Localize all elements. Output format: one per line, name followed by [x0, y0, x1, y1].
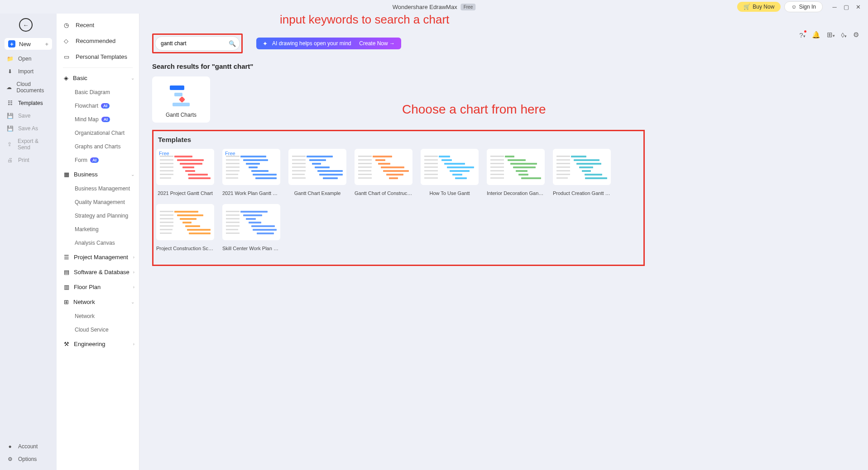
settings-icon[interactable]: ⚙	[853, 31, 859, 39]
chevron-right-icon: ›	[133, 270, 134, 275]
buy-now-button[interactable]: 🛒 Buy Now	[737, 2, 781, 12]
save-button[interactable]: 💾 Save	[0, 109, 57, 122]
search-box[interactable]: 🔍	[155, 36, 240, 51]
sub-label: Cloud Service	[75, 327, 109, 333]
template-thumbnail: Free	[156, 149, 214, 185]
quality-mgmt-item[interactable]: Quality Management	[57, 195, 139, 209]
app-name: Wondershare EdrawMax	[393, 4, 457, 10]
form-item[interactable]: FormAI	[57, 153, 139, 167]
network-icon: ⊞	[64, 299, 69, 305]
sign-in-button[interactable]: ☺ Sign In	[784, 1, 823, 12]
options-button[interactable]: ⚙ Options	[0, 453, 57, 465]
account-button[interactable]: ● Account	[0, 440, 57, 453]
star-icon: ◇	[64, 38, 71, 44]
template-label: Interior Decoration Gantt C...	[487, 190, 545, 196]
pm-icon: ☰	[64, 254, 69, 261]
category-sidebar[interactable]: ◷ Recent ◇ Recommended ▭ Personal Templa…	[57, 14, 139, 470]
org-chart-item[interactable]: Organizational Chart	[57, 126, 139, 140]
import-label: Import	[18, 68, 34, 75]
gantt-charts-category[interactable]: Gantt Charts	[152, 76, 210, 123]
template-card[interactable]: Interior Decoration Gantt C...	[487, 149, 545, 196]
templates-icon: ☷	[6, 100, 14, 106]
new-label: New	[19, 41, 31, 47]
mindmap-item[interactable]: Mind MapAI	[57, 113, 139, 126]
gear-icon: ⚙	[6, 456, 14, 462]
templates-header: Templates	[158, 136, 641, 143]
graphs-charts-item[interactable]: Graphs and Charts	[57, 140, 139, 153]
templates-button[interactable]: ☷ Templates	[0, 97, 57, 109]
network-category[interactable]: ⊞ Network ⌄	[57, 294, 139, 309]
file-sidebar: ← + New + 📁 Open ⬇ Import ☁ Cloud Docume…	[0, 14, 57, 470]
ai-banner[interactable]: ✦ AI drawing helps open your mind Create…	[256, 38, 401, 49]
template-thumbnail	[421, 149, 479, 185]
biz-mgmt-item[interactable]: Business Management	[57, 182, 139, 195]
search-icon[interactable]: 🔍	[229, 40, 236, 47]
tag-menu-icon[interactable]: ◊▾	[841, 31, 847, 39]
flowchart-item[interactable]: FlowchartAI	[57, 99, 139, 113]
chevron-down-icon: ⌄	[131, 172, 134, 177]
template-card[interactable]: Free2021 Project Gantt Chart	[156, 149, 214, 196]
import-button[interactable]: ⬇ Import	[0, 65, 57, 78]
print-button[interactable]: 🖨 Print	[0, 154, 57, 166]
sub-label: Analysis Canvas	[75, 240, 115, 246]
apps-icon[interactable]: ⊞▾	[827, 31, 835, 39]
analysis-canvas-item[interactable]: Analysis Canvas	[57, 236, 139, 250]
signin-label: Sign In	[799, 4, 816, 10]
close-button[interactable]: ✕	[854, 2, 863, 11]
account-label: Account	[18, 443, 38, 450]
briefcase-icon: ▦	[64, 171, 69, 178]
personal-templates-item[interactable]: ▭ Personal Templates	[57, 49, 139, 65]
arrow-left-icon: ←	[23, 22, 29, 28]
template-thumbnail: Free	[222, 149, 280, 185]
help-icon[interactable]: ?▾	[799, 31, 805, 39]
template-card[interactable]: Gantt Chart Example	[288, 149, 346, 196]
search-input[interactable]	[161, 40, 229, 47]
pm-category[interactable]: ☰ Project Management ›	[57, 250, 139, 265]
maximize-button[interactable]: ▢	[842, 2, 851, 11]
sub-label: Form	[75, 157, 87, 163]
tag-icon: ◈	[64, 75, 68, 81]
minimize-button[interactable]: ─	[830, 2, 839, 11]
basic-category[interactable]: ◈ Basic ⌄	[57, 71, 139, 85]
template-card[interactable]: Skill Center Work Plan Gan...	[222, 204, 280, 251]
save-as-button[interactable]: 💾 Save As	[0, 122, 57, 135]
strategy-item[interactable]: Strategy and Planning	[57, 209, 139, 223]
template-card[interactable]: Product Creation Gantt C...	[553, 149, 611, 196]
open-button[interactable]: 📁 Open	[0, 52, 57, 65]
template-label: Skill Center Work Plan Gan...	[222, 246, 280, 251]
export-icon: ⇪	[6, 141, 13, 147]
export-button[interactable]: ⇪ Export & Send	[0, 135, 57, 154]
business-label: Business	[74, 171, 98, 178]
template-label: How To Use Gantt	[421, 190, 479, 196]
ai-badge: AI	[101, 117, 110, 122]
floor-category[interactable]: ▥ Floor Plan ›	[57, 280, 139, 294]
save-icon: 💾	[6, 113, 14, 119]
template-thumbnail	[487, 149, 545, 185]
cloud-service-item[interactable]: Cloud Service	[57, 323, 139, 337]
software-label: Software & Database	[74, 269, 129, 275]
software-category[interactable]: ▤ Software & Database ›	[57, 265, 139, 280]
template-card[interactable]: Project Construction Sche...	[156, 204, 214, 251]
recommended-item[interactable]: ◇ Recommended	[57, 33, 139, 49]
doc-icon: ▭	[64, 53, 71, 60]
network-sub-item[interactable]: Network	[57, 309, 139, 323]
basic-diagram-item[interactable]: Basic Diagram	[57, 85, 139, 99]
annotation-search: input keywords to search a chart	[280, 14, 449, 27]
account-icon: ●	[6, 443, 14, 450]
marketing-item[interactable]: Marketing	[57, 223, 139, 236]
search-results-title: Search results for "gantt chart"	[152, 62, 855, 70]
template-thumbnail	[553, 149, 611, 185]
back-button[interactable]: ←	[19, 18, 33, 32]
top-icons: ?▾ 🔔 ⊞▾ ◊▾ ⚙	[799, 31, 859, 39]
business-category[interactable]: ▦ Business ⌄	[57, 167, 139, 182]
new-button[interactable]: + New +	[5, 38, 52, 50]
template-card[interactable]: Gantt Chart of Constructio...	[355, 149, 412, 196]
template-card[interactable]: Free2021 Work Plan Gantt Chart	[222, 149, 280, 196]
ai-banner-text: AI drawing helps open your mind	[272, 40, 351, 47]
chevron-down-icon: ⌄	[131, 299, 134, 304]
cloud-documents-button[interactable]: ☁ Cloud Documents	[0, 78, 57, 97]
recent-item[interactable]: ◷ Recent	[57, 17, 139, 33]
engineering-category[interactable]: ⚒ Engineering ›	[57, 337, 139, 351]
template-card[interactable]: How To Use Gantt	[421, 149, 479, 196]
bell-icon[interactable]: 🔔	[812, 31, 820, 39]
